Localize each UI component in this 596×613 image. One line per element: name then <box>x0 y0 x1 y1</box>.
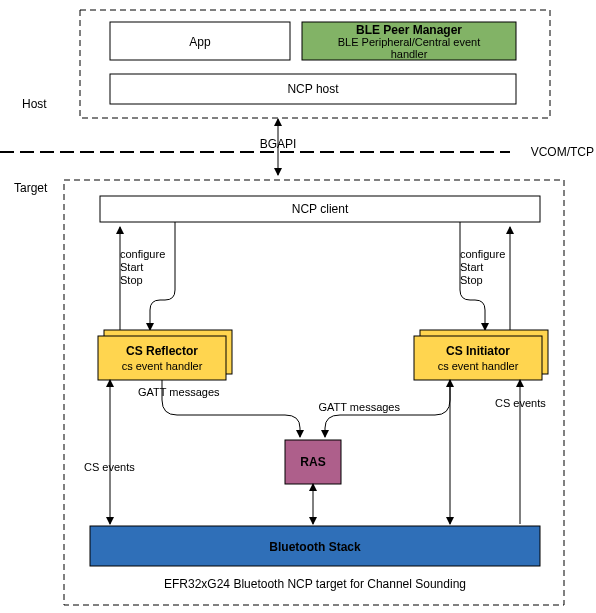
cfg-left-1: configure <box>120 248 165 260</box>
cs-reflector-sub: cs event handler <box>122 360 203 372</box>
gatt-right-label: GATT messages <box>318 401 400 413</box>
ras-text: RAS <box>300 455 325 469</box>
cs-events-left-label: CS events <box>84 461 135 473</box>
gatt-left-label: GATT messages <box>138 386 220 398</box>
target-label: Target <box>14 181 48 195</box>
ncp-host-text: NCP host <box>287 82 339 96</box>
cfg-left-3: Stop <box>120 274 143 286</box>
cs-reflector-title: CS Reflector <box>126 344 198 358</box>
ble-peer-manager-title: BLE Peer Manager <box>356 23 462 37</box>
bt-stack-text: Bluetooth Stack <box>269 540 361 554</box>
cs-initiator-front <box>414 336 542 380</box>
cs-reflector-front <box>98 336 226 380</box>
vcom-label: VCOM/TCP <box>531 145 594 159</box>
cfg-left-2: Start <box>120 261 143 273</box>
cfg-right-3: Stop <box>460 274 483 286</box>
cfg-left-down <box>150 222 175 330</box>
host-label: Host <box>22 97 47 111</box>
cs-events-right-label: CS events <box>495 397 546 409</box>
cfg-right-1: configure <box>460 248 505 260</box>
cs-initiator-title: CS Initiator <box>446 344 510 358</box>
ncp-client-text: NCP client <box>292 202 349 216</box>
cfg-right-2: Start <box>460 261 483 273</box>
cs-initiator-sub: cs event handler <box>438 360 519 372</box>
ble-peer-manager-sub1: BLE Peripheral/Central event <box>338 36 480 48</box>
app-text: App <box>189 35 211 49</box>
footer-text: EFR32xG24 Bluetooth NCP target for Chann… <box>164 577 466 591</box>
ble-peer-manager-sub2: handler <box>391 48 428 60</box>
